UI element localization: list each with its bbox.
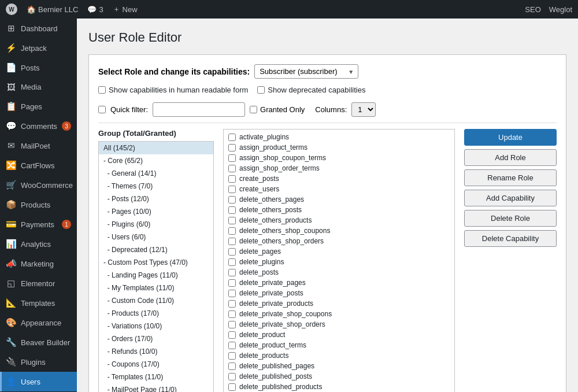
wp-logo-item[interactable]: W [6, 3, 17, 15]
sidebar-item-label: Marketing [21, 260, 54, 268]
capability-item: delete_posts [224, 267, 454, 278]
cap-checkbox[interactable] [228, 144, 236, 151]
cap-checkbox[interactable] [228, 227, 236, 235]
seo-item[interactable]: SEO [525, 5, 540, 14]
cap-checkbox[interactable] [228, 175, 236, 183]
group-select-all-checkbox[interactable] [98, 106, 106, 113]
granted-only-checkbox[interactable] [250, 106, 257, 113]
cap-name: delete_published_pages [239, 362, 314, 370]
group-item[interactable]: - Themes (7/0) [99, 180, 213, 193]
group-item[interactable]: - Pages (10/0) [99, 205, 213, 218]
group-item[interactable]: - Variations (10/0) [99, 320, 213, 332]
groups-header: Group (Total/Granted) [98, 129, 214, 138]
new-label: New [123, 5, 138, 14]
cap-checkbox[interactable] [228, 217, 236, 224]
cap-checkbox[interactable] [228, 383, 236, 391]
capabilities-list: activate_plugins assign_product_terms as… [223, 129, 455, 392]
sidebar-item-analytics[interactable]: 📊 Analytics [0, 234, 77, 254]
role-select[interactable]: Subscriber (subscriber) Administrator Ed… [254, 64, 358, 79]
group-item[interactable]: - Core (65/2) [99, 154, 213, 167]
cap-checkbox[interactable] [228, 321, 236, 328]
group-item[interactable]: - Landing Pages (11/0) [99, 269, 213, 282]
cap-name: activate_plugins [239, 133, 289, 141]
group-item[interactable]: - Refunds (10/0) [99, 345, 213, 358]
group-item[interactable]: - Templates (11/0) [99, 371, 213, 383]
cap-checkbox[interactable] [228, 238, 236, 245]
checkbox-row: Show capabilities in human readable form… [98, 86, 557, 94]
sidebar-item-marketing[interactable]: 📣 Marketing [0, 254, 77, 273]
site-name-item[interactable]: 🏠 Bernier LLC [27, 5, 78, 14]
cap-checkbox[interactable] [228, 363, 236, 370]
group-item[interactable]: - Plugins (6/0) [99, 218, 213, 231]
sidebar-item-dashboard[interactable]: ⊞ Dashboard [0, 19, 77, 38]
human-readable-checkbox[interactable] [98, 86, 106, 94]
sidebar-item-cartflows[interactable]: 🔀 CartFlows [0, 156, 77, 175]
human-readable-label[interactable]: Show capabilities in human readable form [98, 86, 248, 94]
sidebar-item-appearance[interactable]: 🎨 Appearance [0, 313, 77, 332]
columns-label: Columns: [315, 105, 347, 114]
quick-filter-input[interactable] [153, 102, 245, 117]
capability-item: delete_others_products [224, 215, 454, 225]
capability-item: delete_others_shop_orders [224, 236, 454, 246]
group-item[interactable]: All (145/2) [99, 142, 213, 154]
cap-checkbox[interactable] [228, 134, 236, 141]
sidebar-item-plugins[interactable]: 🔌 Plugins [0, 352, 77, 372]
cap-checkbox[interactable] [228, 331, 236, 339]
delete-capability-button[interactable]: Delete Capability [464, 230, 557, 247]
sidebar-item-users[interactable]: 👤 Users [0, 372, 77, 391]
cap-checkbox[interactable] [228, 206, 236, 214]
sidebar-item-products[interactable]: 📦 Products [0, 195, 77, 215]
payments-badge: 1 [62, 220, 71, 229]
sidebar-item-woocommerce[interactable]: 🛒 WooCommerce [0, 175, 77, 195]
group-item[interactable]: - Posts (12/0) [99, 193, 213, 205]
cap-checkbox[interactable] [228, 165, 236, 172]
group-item[interactable]: - MailPoet Page (11/0) [99, 383, 213, 392]
weglot-item[interactable]: Weglot [549, 5, 572, 14]
granted-only-label[interactable]: Granted Only [250, 105, 305, 114]
cap-checkbox[interactable] [228, 258, 236, 266]
sidebar-item-elementor[interactable]: ◱ Elementor [0, 273, 77, 293]
sidebar-item-posts[interactable]: 📄 Posts [0, 58, 77, 77]
new-item[interactable]: ＋ New [113, 4, 138, 14]
columns-select[interactable]: 1 2 3 [351, 102, 376, 117]
rename-role-button[interactable]: Rename Role [464, 169, 557, 186]
group-item[interactable]: - My Templates (11/0) [99, 282, 213, 294]
cap-checkbox[interactable] [228, 154, 236, 162]
cap-checkbox[interactable] [228, 300, 236, 308]
group-item[interactable]: - Users (6/0) [99, 231, 213, 243]
group-item[interactable]: - Custom Code (11/0) [99, 294, 213, 307]
sidebar-item-mailpoet[interactable]: ✉ MailPoet [0, 136, 77, 156]
group-item[interactable]: - Orders (17/0) [99, 332, 213, 345]
add-role-button[interactable]: Add Role [464, 149, 557, 166]
update-button[interactable]: Update [464, 129, 557, 146]
group-item[interactable]: - Deprecated (12/1) [99, 243, 213, 256]
add-capability-button[interactable]: Add Capability [464, 190, 557, 206]
group-item[interactable]: - General (14/1) [99, 167, 213, 180]
sidebar-item-media[interactable]: 🖼 Media [0, 77, 77, 97]
cap-checkbox[interactable] [228, 310, 236, 318]
sidebar-item-beaver-builder[interactable]: 🔧 Beaver Builder [0, 332, 77, 352]
sidebar-item-jetpack[interactable]: ⚡ Jetpack [0, 38, 77, 58]
mailpoet-icon: ✉ [6, 140, 16, 151]
show-deprecated-label[interactable]: Show deprecated capabilities [257, 86, 365, 94]
group-item[interactable]: - Products (17/0) [99, 307, 213, 320]
cap-checkbox[interactable] [228, 290, 236, 297]
sidebar-item-pages[interactable]: 📋 Pages [0, 97, 77, 116]
cap-checkbox[interactable] [228, 196, 236, 204]
sidebar-item-templates[interactable]: 📐 Templates [0, 293, 77, 313]
cap-checkbox[interactable] [228, 279, 236, 287]
cap-checkbox[interactable] [228, 373, 236, 380]
delete-role-button[interactable]: Delete Role [464, 210, 557, 227]
cap-checkbox[interactable] [228, 342, 236, 349]
show-deprecated-checkbox[interactable] [257, 86, 265, 94]
cap-checkbox[interactable] [228, 248, 236, 256]
sidebar-item-comments[interactable]: 💬 Comments 3 [0, 116, 77, 136]
cap-checkbox[interactable] [228, 186, 236, 193]
cap-checkbox[interactable] [228, 352, 236, 360]
group-item[interactable]: - Custom Post Types (47/0) [99, 256, 213, 269]
sidebar-item-payments[interactable]: 💳 Payments 1 [0, 215, 77, 234]
group-item[interactable]: - Coupons (17/0) [99, 358, 213, 371]
comments-item[interactable]: 💬 3 [87, 5, 103, 14]
cap-name: delete_others_products [239, 216, 312, 224]
cap-checkbox[interactable] [228, 269, 236, 276]
